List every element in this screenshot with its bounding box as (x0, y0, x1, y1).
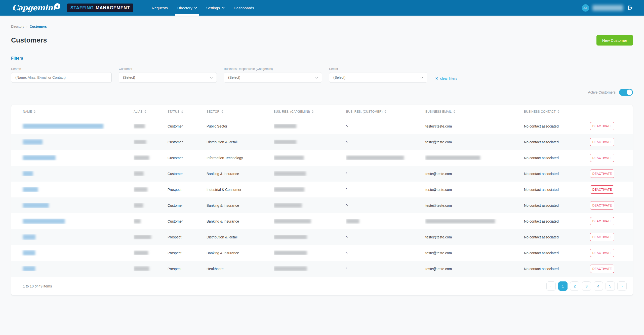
active-customers-row: Active Customers (11, 89, 633, 96)
row-actions-cell: DEACTIVATE (590, 233, 633, 241)
deactivate-button[interactable]: DEACTIVATE (590, 154, 614, 162)
customer-name-link[interactable] (23, 187, 38, 192)
active-customers-toggle[interactable] (619, 89, 633, 96)
clear-filters-label: clear filters (440, 76, 457, 80)
customer-name-link[interactable] (23, 250, 35, 256)
deactivate-button[interactable]: DEACTIVATE (590, 185, 614, 194)
sort-icon (384, 110, 386, 113)
bus-res-capgemini-cell (274, 235, 346, 239)
deactivate-button[interactable]: DEACTIVATE (590, 249, 614, 257)
deactivate-button[interactable]: DEACTIVATE (590, 217, 614, 225)
column-header-sector[interactable]: SECTOR (207, 110, 274, 113)
customer-sector-cell: Industrial & Consumer (207, 188, 274, 192)
business-email-redacted (425, 155, 480, 160)
nav-item-dashboards[interactable]: Dashboards (229, 0, 259, 16)
customer-name-link[interactable] (23, 123, 103, 129)
column-header-business-contact[interactable]: BUSINESS CONTACT (524, 110, 590, 113)
deactivate-button[interactable]: DEACTIVATE (590, 233, 614, 241)
pagination-page-5[interactable]: 5 (606, 281, 615, 291)
table-header-row: NAMEALIASSTATUSSECTORBUS. RES. (CAPGEMIN… (11, 105, 633, 118)
user-avatar[interactable]: AF (582, 4, 589, 12)
business-contact-cell: No contact associated (524, 251, 590, 255)
customer-alias-cell (134, 235, 168, 239)
bus-res-capgemini-redacted (274, 140, 296, 144)
customer-select[interactable]: (Select) (119, 72, 217, 83)
nav-item-settings[interactable]: Settings (202, 0, 229, 16)
pagination-prev-button[interactable]: ‹ (546, 281, 556, 291)
bus-res-customer-cell: '- (346, 267, 425, 271)
customer-name-link[interactable] (23, 203, 49, 208)
column-header-bus-res-capgemini[interactable]: BUS. RES. (CAPGEMINI) (274, 110, 346, 113)
new-customer-button[interactable]: New Customer (596, 35, 633, 46)
pagination-page-2[interactable]: 2 (570, 281, 579, 291)
customer-alias-cell (134, 187, 168, 192)
business-email-cell (425, 219, 524, 224)
capgemini-logo[interactable]: Capgemini ♠ (12, 4, 60, 12)
table-row: ProspectDistribution & Retail'-teste@tes… (11, 229, 633, 245)
column-header-name[interactable]: NAME (11, 110, 134, 113)
breadcrumb-directory[interactable]: Directory (11, 25, 24, 28)
nav-item-directory[interactable]: Directory (173, 0, 202, 16)
bus-res-capgemini-redacted (274, 187, 304, 192)
customer-status-cell: Customer (168, 140, 207, 144)
business-contact-cell: No contact associated (524, 124, 590, 128)
search-input[interactable] (11, 72, 112, 83)
clear-filters-link[interactable]: ✕ clear filters (435, 76, 457, 80)
customer-name-cell (11, 234, 134, 240)
deactivate-button[interactable]: DEACTIVATE (590, 138, 614, 146)
sort-icon (557, 110, 559, 113)
customer-name-cell (11, 187, 134, 192)
pagination-page-4[interactable]: 4 (594, 281, 603, 291)
business-email-cell: teste@teste.com (425, 124, 524, 128)
column-label: ALIAS (134, 110, 143, 113)
nav-item-requests[interactable]: Requests (147, 0, 172, 16)
logout-icon[interactable] (627, 5, 633, 11)
business-contact-cell: No contact associated (524, 203, 590, 207)
user-name-redacted (592, 5, 623, 11)
column-header-alias[interactable]: ALIAS (134, 110, 168, 113)
deactivate-button[interactable]: DEACTIVATE (590, 170, 614, 178)
customer-alias-redacted (134, 187, 147, 192)
row-actions-cell: DEACTIVATE (590, 249, 633, 257)
deactivate-button[interactable]: DEACTIVATE (590, 122, 614, 130)
pagination-page-3[interactable]: 3 (582, 281, 591, 291)
column-header-status[interactable]: STATUS (168, 110, 207, 113)
column-label: SECTOR (207, 110, 220, 113)
column-header-bus-res-customer[interactable]: BUS. RES. (CUSTOMER) (346, 110, 425, 113)
customer-alias-redacted (134, 140, 146, 144)
column-header-business-email[interactable]: BUSINESS EMAIL (425, 110, 524, 113)
bus-res-customer-cell: '- (346, 188, 425, 192)
business-responsible-select[interactable]: (Select) (224, 72, 322, 83)
customer-status-cell: Customer (168, 156, 207, 160)
customer-name-link[interactable] (23, 234, 35, 240)
bus-res-capgemini-redacted (274, 266, 307, 271)
pagination-page-1[interactable]: 1 (558, 281, 568, 291)
column-label: BUS. RES. (CAPGEMINI) (274, 110, 310, 113)
customer-name-link[interactable] (23, 139, 43, 145)
business-contact-cell: No contact associated (524, 156, 590, 160)
customer-name-cell (11, 266, 134, 271)
customer-alias-redacted (134, 171, 144, 176)
pagination-next-button[interactable]: › (617, 281, 627, 291)
business-contact-cell: No contact associated (524, 267, 590, 271)
main-nav: RequestsDirectorySettingsDashboards (147, 0, 259, 16)
customer-alias-cell (134, 155, 168, 160)
sort-icon (312, 110, 314, 113)
customer-name-link[interactable] (23, 266, 35, 271)
nav-item-label: Directory (177, 6, 192, 10)
customer-sector-cell: Banking & Insurance (207, 251, 274, 255)
customer-status-cell: Prospect (168, 267, 207, 271)
customer-name-link[interactable] (23, 171, 33, 176)
chevron-down-icon (222, 6, 224, 9)
pagination: ‹12345› (546, 281, 627, 291)
deactivate-button[interactable]: DEACTIVATE (590, 265, 614, 273)
customer-name-link[interactable] (23, 155, 56, 160)
customer-field: Customer (Select) (119, 67, 217, 83)
items-summary: 1 to 10 of 49 items (23, 284, 52, 288)
bus-res-capgemini-redacted (274, 219, 311, 224)
sector-select[interactable]: (Select) (329, 72, 427, 83)
customer-name-link[interactable] (23, 219, 65, 224)
deactivate-button[interactable]: DEACTIVATE (590, 201, 614, 210)
bus-res-capgemini-cell (274, 203, 346, 208)
customer-status-cell: Customer (168, 203, 207, 207)
